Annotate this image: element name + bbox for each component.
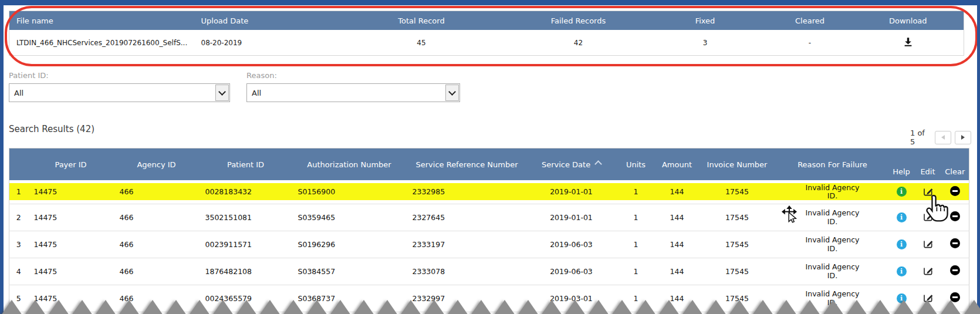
sort-ascending-icon xyxy=(594,160,602,168)
column-header-cleared: Cleared xyxy=(768,11,853,31)
payer-id-cell: 14475 xyxy=(28,204,114,231)
file-name-cell: LTDIN_466_NHCServices_201907261600_SelfS… xyxy=(9,30,194,56)
column-header-total-record: Total Record xyxy=(329,11,514,31)
patient-id-label: Patient ID: xyxy=(9,71,230,80)
info-icon[interactable] xyxy=(897,239,907,249)
chevron-right-icon xyxy=(961,135,965,140)
page-indicator: 1 of 5 xyxy=(910,129,931,146)
clear-row-icon[interactable] xyxy=(950,292,960,302)
patient-id-cell: 0023911571 xyxy=(200,231,292,258)
column-header-invoice-number[interactable]: Invoice Number xyxy=(698,148,777,181)
patient-id-cell: 0024365579 xyxy=(200,285,292,312)
row-number-cell: 5 xyxy=(9,285,28,312)
info-icon[interactable] xyxy=(897,187,907,197)
column-header-payer-id[interactable]: Payer ID xyxy=(28,148,114,181)
row-number-cell: 2 xyxy=(9,204,28,231)
info-icon[interactable] xyxy=(897,293,907,303)
service-date-cell: 2019-06-03 xyxy=(528,258,616,285)
reason-for-failure-cell: Invalid AgencyID. xyxy=(777,231,888,258)
agency-id-cell: 466 xyxy=(114,285,200,312)
edit-icon[interactable] xyxy=(922,238,934,249)
edit-cell xyxy=(915,180,941,204)
patient-id-dropdown-button[interactable] xyxy=(215,85,229,101)
chevron-down-icon xyxy=(218,88,226,96)
authorization-number-cell: S0368737 xyxy=(292,285,407,312)
invoice-number-cell: 17545 xyxy=(698,231,777,258)
reason-dropdown-button[interactable] xyxy=(445,85,459,101)
results-bar: Search Results (42) 1 of 5 xyxy=(9,123,971,136)
column-header-edit: Edit xyxy=(915,148,941,181)
column-header-reason-for-failure[interactable]: Reason For Failure xyxy=(777,148,888,181)
help-cell xyxy=(888,258,915,285)
invoice-number-cell: 17545 xyxy=(698,258,777,285)
table-row: 2 14475 466 3502151081 S0359465 2327645 … xyxy=(9,204,969,231)
patient-id-filter: Patient ID: All xyxy=(9,71,230,102)
amount-cell: 144 xyxy=(657,204,698,231)
edit-icon[interactable] xyxy=(922,292,934,303)
results-table-header-row: Payer ID Agency ID Patient ID Authorizat… xyxy=(9,148,969,181)
invoice-number-cell: 17545 xyxy=(698,180,777,204)
clear-row-icon[interactable] xyxy=(950,211,960,221)
reason-select[interactable]: All xyxy=(246,83,460,102)
clear-cell xyxy=(941,258,969,285)
edit-icon[interactable] xyxy=(922,211,934,222)
reason-for-failure-cell: Invalid AgencyID. xyxy=(777,285,888,312)
amount-cell: 144 xyxy=(657,258,698,285)
edit-icon[interactable] xyxy=(922,185,934,197)
clear-cell xyxy=(941,231,969,258)
agency-id-cell: 466 xyxy=(114,180,200,204)
amount-cell: 144 xyxy=(657,180,698,204)
column-header-service-date[interactable]: Service Date xyxy=(528,148,616,181)
authorization-number-cell: S0196296 xyxy=(292,231,407,258)
row-number-cell: 1 xyxy=(9,180,28,204)
units-cell: 1 xyxy=(616,285,657,312)
chevron-down-icon xyxy=(448,88,456,96)
help-cell xyxy=(888,231,915,258)
clear-cell xyxy=(941,204,969,231)
edit-icon[interactable] xyxy=(922,265,934,276)
page-content: File name Upload Date Total Record Faile… xyxy=(4,5,977,314)
edit-cell xyxy=(915,231,941,258)
units-cell: 1 xyxy=(616,180,657,204)
payer-id-cell: 14475 xyxy=(28,180,114,204)
clear-cell xyxy=(941,285,969,312)
info-icon[interactable] xyxy=(897,266,907,276)
service-date-cell: 2019-03-01 xyxy=(528,285,616,312)
table-row: 5 14475 466 0024365579 S0368737 2332997 … xyxy=(9,285,969,312)
upload-summary-table: File name Upload Date Total Record Faile… xyxy=(9,11,964,56)
search-results-title: Search Results (42) xyxy=(9,124,94,134)
column-header-amount[interactable]: Amount xyxy=(657,148,698,181)
download-icon[interactable] xyxy=(903,37,913,47)
agency-id-cell: 466 xyxy=(114,258,200,285)
clear-row-icon[interactable] xyxy=(950,265,960,275)
chevron-left-icon xyxy=(941,135,945,140)
info-icon[interactable] xyxy=(897,212,907,222)
search-results-table: Payer ID Agency ID Patient ID Authorizat… xyxy=(9,148,969,312)
upload-date-cell: 08-20-2019 xyxy=(194,30,329,56)
patient-id-select[interactable]: All xyxy=(9,83,230,102)
upload-table-header-row: File name Upload Date Total Record Faile… xyxy=(9,11,964,31)
column-header-authorization-number[interactable]: Authorization Number xyxy=(292,148,407,181)
column-header-failed-records: Failed Records xyxy=(514,11,643,31)
filters-section: Patient ID: All Reason: All xyxy=(9,71,971,102)
service-reference-number-cell: 2333197 xyxy=(407,231,528,258)
help-cell xyxy=(888,180,915,204)
column-header-units[interactable]: Units xyxy=(616,148,657,181)
edit-cell xyxy=(915,285,941,312)
fixed-cell: 3 xyxy=(643,30,768,56)
table-row: 3 14475 466 0023911571 S0196296 2333197 … xyxy=(9,231,969,258)
previous-page-button[interactable] xyxy=(935,131,951,144)
clear-row-icon[interactable] xyxy=(950,238,960,248)
clear-row-icon[interactable] xyxy=(950,186,960,196)
column-header-patient-id[interactable]: Patient ID xyxy=(200,148,292,181)
download-cell xyxy=(853,30,964,56)
reason-selected-value: All xyxy=(247,89,445,97)
column-header-file-name: File name xyxy=(9,11,194,31)
column-header-help: Help xyxy=(888,148,915,181)
next-page-button[interactable] xyxy=(955,131,971,144)
column-header-service-reference-number[interactable]: Service Reference Number xyxy=(407,148,528,181)
service-reference-number-cell: 2333078 xyxy=(407,258,528,285)
amount-cell: 144 xyxy=(657,231,698,258)
service-reference-number-cell: 2332985 xyxy=(407,180,528,204)
column-header-agency-id[interactable]: Agency ID xyxy=(114,148,200,181)
